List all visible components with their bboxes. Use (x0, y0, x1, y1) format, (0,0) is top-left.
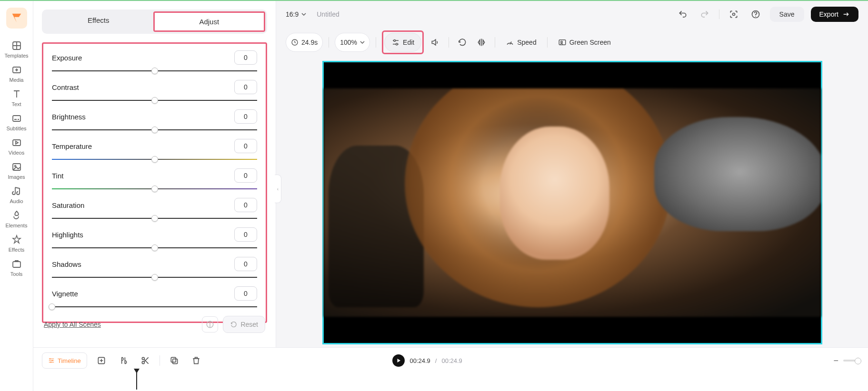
svg-point-12 (394, 39, 396, 41)
left-rail: TemplatesMediaTextSubtitlesVideosImagesA… (0, 1, 33, 391)
volume-icon (430, 38, 440, 47)
edit-button[interactable]: Edit (384, 33, 421, 52)
adjust-saturation-value[interactable]: 0 (234, 198, 257, 212)
volume-button[interactable] (428, 33, 443, 52)
adjust-saturation-slider[interactable] (52, 213, 257, 224)
rail-images[interactable]: Images (0, 157, 33, 182)
play-button[interactable] (392, 354, 405, 367)
panel-footer: Apply to All Scenes Reset (33, 310, 276, 339)
adjust-saturation-label: Saturation (52, 201, 84, 209)
svg-rect-22 (171, 357, 176, 362)
apply-all-link[interactable]: Apply to All Scenes (44, 321, 101, 328)
adjust-vignette-label: Vignette (52, 290, 78, 298)
adjust-exposure-value[interactable]: 0 (234, 50, 257, 65)
rail-tools[interactable]: Tools (0, 254, 33, 279)
tab-adjust[interactable]: Adjust (155, 13, 264, 30)
split-button[interactable] (116, 353, 131, 368)
adjust-shadows-slider[interactable] (52, 272, 257, 283)
adjust-shadows: Shadows0 (52, 253, 257, 283)
rail-text[interactable]: Text (0, 85, 33, 109)
rail-label: Templates (4, 53, 28, 59)
rail-subtitles[interactable]: Subtitles (0, 109, 33, 133)
chevron-down-icon (301, 12, 306, 17)
svg-rect-2 (13, 116, 20, 121)
adjust-highlights-value[interactable]: 0 (234, 227, 257, 242)
timeline-bar: Timeline 00:24.9 / 00:24.9 − (33, 347, 868, 391)
adjust-tint-label: Tint (52, 172, 63, 180)
preview-wrap (276, 57, 868, 347)
adjust-tint-value[interactable]: 0 (234, 168, 257, 183)
rail-label: Subtitles (6, 126, 26, 131)
project-title[interactable]: Untitled (317, 10, 339, 18)
delete-button[interactable] (189, 353, 204, 368)
reset-button[interactable]: Reset (223, 316, 265, 333)
green-screen-label: Green Screen (569, 39, 611, 46)
plus-box-icon (97, 356, 106, 365)
rail-label: Media (10, 77, 24, 83)
adjust-tint: Tint0 (52, 165, 257, 194)
adjust-exposure-slider[interactable] (52, 66, 257, 76)
reset-label: Reset (240, 321, 258, 328)
help-button[interactable] (748, 7, 763, 22)
speed-button[interactable]: Speed (501, 33, 541, 52)
video-preview (324, 88, 821, 317)
adjust-controls-highlight: Exposure0Contrast0Brightness0Temperature… (42, 42, 267, 323)
redo-icon (700, 10, 709, 19)
adjust-temperature-slider[interactable] (52, 154, 257, 165)
redo-button[interactable] (697, 7, 712, 22)
adjust-brightness-value[interactable]: 0 (234, 109, 257, 124)
adjust-temperature: Temperature0 (52, 135, 257, 165)
svg-rect-3 (13, 140, 20, 146)
rail-media[interactable]: Media (0, 60, 33, 85)
rail-label: Audio (10, 198, 23, 204)
rail-templates[interactable]: Templates (0, 36, 33, 60)
green-screen-icon (558, 38, 567, 47)
effects-icon (11, 234, 22, 245)
adjust-brightness-label: Brightness (52, 113, 86, 121)
flip-button[interactable] (474, 33, 489, 52)
capture-button[interactable] (726, 7, 741, 22)
zoom-label: 100% (340, 39, 357, 46)
chevron-down-icon (360, 40, 365, 45)
rail-audio[interactable]: Audio (0, 182, 33, 206)
timeline-toggle[interactable]: Timeline (42, 352, 87, 369)
rotate-button[interactable] (455, 33, 470, 52)
duration-label: 24.9s (301, 39, 318, 46)
adjust-highlights-slider[interactable] (52, 243, 257, 253)
tab-effects[interactable]: Effects (44, 11, 153, 32)
svg-point-17 (52, 360, 53, 361)
adjust-vignette-value[interactable]: 0 (234, 286, 257, 301)
aspect-ratio-select[interactable]: 16:9 (286, 10, 306, 18)
adjust-temperature-value[interactable]: 0 (234, 139, 257, 153)
rail-effects[interactable]: Effects (0, 230, 33, 254)
adjust-contrast-slider[interactable] (52, 95, 257, 106)
add-clip-button[interactable] (94, 353, 109, 368)
duration-pill[interactable]: 24.9s (286, 33, 323, 52)
zoom-out-button[interactable]: − (833, 356, 838, 366)
aspect-ratio-label: 16:9 (286, 10, 299, 18)
copy-button[interactable] (167, 353, 182, 368)
preview-frame[interactable] (322, 61, 822, 344)
adjust-tint-slider[interactable] (52, 184, 257, 194)
timeline-track[interactable] (33, 373, 868, 391)
time-current: 00:24.9 (409, 357, 430, 364)
clock-icon (291, 39, 299, 46)
zoom-slider[interactable] (843, 360, 859, 362)
green-screen-button[interactable]: Green Screen (553, 33, 616, 52)
playhead[interactable] (136, 371, 137, 390)
save-button[interactable]: Save (770, 7, 804, 22)
arrow-right-icon (842, 10, 850, 18)
adjust-brightness-slider[interactable] (52, 125, 257, 135)
rail-elements[interactable]: Elements (0, 206, 33, 230)
app-logo[interactable] (6, 8, 27, 29)
compare-button[interactable] (202, 316, 218, 332)
undo-button[interactable] (675, 7, 690, 22)
adjust-contrast-value[interactable]: 0 (234, 80, 257, 94)
reset-icon (230, 321, 238, 328)
cut-button[interactable] (138, 353, 153, 368)
audio-icon (11, 186, 22, 197)
adjust-shadows-value[interactable]: 0 (234, 257, 257, 271)
export-button[interactable]: Export (811, 7, 858, 22)
rail-videos[interactable]: Videos (0, 133, 33, 157)
zoom-select[interactable]: 100% (335, 33, 370, 52)
